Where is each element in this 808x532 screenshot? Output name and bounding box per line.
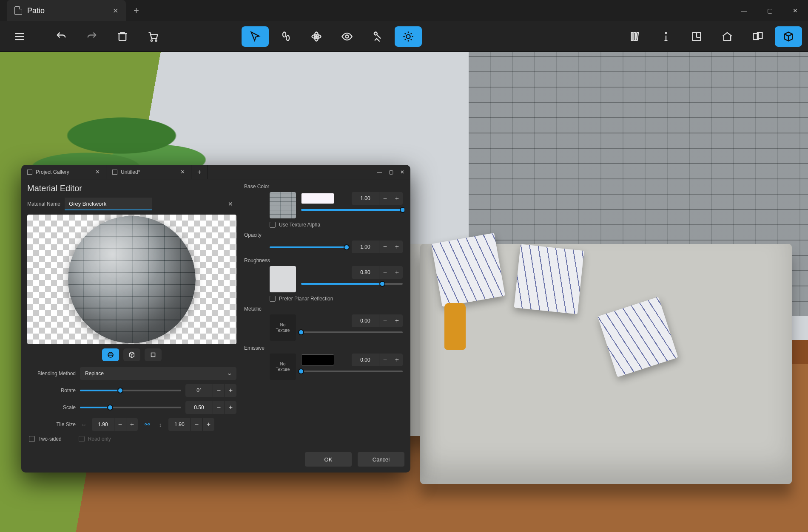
decrement-button[interactable]: − bbox=[379, 314, 391, 327]
metallic-spin[interactable]: −+ bbox=[352, 314, 403, 327]
planar-reflection-checkbox[interactable]: Prefer Planar Reflection bbox=[270, 296, 403, 302]
panel-minimize[interactable]: — bbox=[377, 169, 382, 175]
close-icon[interactable]: ✕ bbox=[180, 169, 185, 175]
close-tab-icon[interactable]: ✕ bbox=[113, 7, 118, 15]
increment-button[interactable]: + bbox=[225, 401, 236, 414]
metallic-texture-swatch[interactable]: No Texture bbox=[270, 314, 296, 341]
height-icon: ↕ bbox=[156, 422, 164, 428]
tab-project-gallery[interactable]: Project Gallery ✕ bbox=[21, 165, 106, 179]
increment-button[interactable]: + bbox=[391, 354, 403, 366]
base-color-texture-swatch[interactable] bbox=[270, 192, 296, 218]
undo-button[interactable] bbox=[48, 26, 75, 47]
cart-button[interactable] bbox=[139, 26, 167, 47]
close-icon[interactable]: ✕ bbox=[95, 169, 100, 175]
decrement-button[interactable]: − bbox=[379, 241, 391, 253]
emissive-spin[interactable]: −+ bbox=[352, 354, 403, 366]
roughness-slider[interactable] bbox=[301, 283, 403, 285]
new-tab-button[interactable]: + bbox=[134, 5, 139, 16]
tile-w-value[interactable] bbox=[92, 422, 114, 427]
panel-close[interactable]: ✕ bbox=[400, 169, 404, 175]
tile-h-spin[interactable]: −+ bbox=[168, 418, 214, 431]
window-controls: — ▢ ✕ bbox=[731, 0, 808, 21]
opacity-slider[interactable] bbox=[270, 246, 347, 248]
3d-button[interactable] bbox=[775, 26, 802, 47]
increment-button[interactable]: + bbox=[225, 384, 236, 397]
emissive-texture-swatch[interactable]: No Texture bbox=[270, 354, 296, 380]
rotate-spin[interactable]: −+ bbox=[185, 384, 236, 397]
decrement-button[interactable]: − bbox=[379, 192, 391, 205]
tile-w-spin[interactable]: −+ bbox=[92, 418, 138, 431]
emissive-slider[interactable] bbox=[301, 371, 403, 372]
increment-button[interactable]: + bbox=[202, 418, 214, 431]
lighting-tool[interactable] bbox=[395, 26, 422, 47]
decrement-button[interactable]: − bbox=[213, 401, 225, 414]
increment-button[interactable]: + bbox=[391, 241, 403, 253]
link-icon[interactable]: ⚯ bbox=[142, 421, 152, 428]
walk-tool[interactable] bbox=[272, 26, 299, 47]
roughness-value[interactable] bbox=[352, 269, 379, 275]
decrement-button[interactable]: − bbox=[379, 266, 391, 279]
materials-button[interactable] bbox=[744, 26, 771, 47]
increment-button[interactable]: + bbox=[126, 418, 138, 431]
roughness-texture-swatch[interactable] bbox=[270, 266, 296, 292]
increment-button[interactable]: + bbox=[391, 192, 403, 205]
base-color-spin[interactable]: −+ bbox=[352, 192, 403, 205]
opacity-value[interactable] bbox=[352, 244, 379, 250]
preview-shape-cube[interactable] bbox=[123, 348, 140, 361]
rotate-slider[interactable] bbox=[80, 390, 181, 391]
scale-slider[interactable] bbox=[80, 407, 181, 408]
decrement-button[interactable]: − bbox=[379, 354, 391, 366]
titlebar: Patio ✕ + — ▢ ✕ bbox=[0, 0, 808, 21]
redo-button[interactable] bbox=[78, 26, 105, 47]
base-color-value[interactable] bbox=[352, 195, 379, 201]
home-button[interactable] bbox=[714, 26, 741, 47]
tab-untitled[interactable]: Untitled* ✕ bbox=[106, 165, 191, 179]
metallic-slider[interactable] bbox=[301, 331, 403, 333]
opacity-spin[interactable]: −+ bbox=[352, 241, 403, 253]
emissive-color-chip[interactable] bbox=[301, 354, 334, 365]
floorplan-button[interactable] bbox=[683, 26, 710, 47]
blending-label: Blending Method bbox=[27, 371, 76, 376]
material-preview[interactable] bbox=[27, 215, 236, 344]
rotate-value[interactable] bbox=[185, 388, 213, 393]
decrement-button[interactable]: − bbox=[114, 418, 126, 431]
preview-shape-plane[interactable] bbox=[145, 348, 162, 361]
increment-button[interactable]: + bbox=[391, 314, 403, 327]
minimize-button[interactable]: — bbox=[731, 0, 757, 21]
app-tab[interactable]: Patio ✕ bbox=[7, 0, 126, 21]
info-button[interactable] bbox=[652, 26, 680, 47]
close-window-button[interactable]: ✕ bbox=[782, 0, 808, 21]
read-only-checkbox[interactable]: Read only bbox=[79, 436, 111, 442]
decrement-button[interactable]: − bbox=[213, 384, 225, 397]
blending-select[interactable]: Replace bbox=[80, 367, 236, 380]
maximize-button[interactable]: ▢ bbox=[757, 0, 782, 21]
library-button[interactable] bbox=[622, 26, 649, 47]
document-icon bbox=[14, 6, 22, 15]
add-tab-button[interactable]: + bbox=[191, 165, 208, 179]
clear-name-icon[interactable]: ✕ bbox=[228, 201, 233, 207]
scene-vase bbox=[444, 303, 466, 350]
select-tool[interactable] bbox=[242, 26, 269, 47]
ok-button[interactable]: OK bbox=[305, 452, 352, 467]
base-color-slider[interactable] bbox=[301, 209, 403, 211]
view-tool[interactable] bbox=[333, 26, 361, 47]
emissive-value[interactable] bbox=[352, 357, 379, 363]
scale-spin[interactable]: −+ bbox=[185, 401, 236, 414]
preview-shape-sphere[interactable] bbox=[102, 348, 119, 361]
panel-maximize[interactable]: ▢ bbox=[389, 169, 393, 175]
build-tool[interactable] bbox=[364, 26, 391, 47]
base-color-chip[interactable] bbox=[301, 193, 334, 204]
material-name-input[interactable] bbox=[65, 198, 152, 210]
two-sided-checkbox[interactable]: Two-sided bbox=[29, 436, 62, 442]
increment-button[interactable]: + bbox=[391, 266, 403, 279]
cancel-button[interactable]: Cancel bbox=[358, 452, 404, 467]
delete-button[interactable] bbox=[109, 26, 136, 47]
menu-button[interactable] bbox=[6, 26, 33, 47]
physics-tool[interactable] bbox=[303, 26, 330, 47]
use-texture-alpha-checkbox[interactable]: Use Texture Alpha bbox=[270, 222, 403, 228]
tile-h-value[interactable] bbox=[168, 422, 191, 427]
decrement-button[interactable]: − bbox=[191, 418, 202, 431]
roughness-spin[interactable]: −+ bbox=[352, 266, 403, 279]
scale-value[interactable] bbox=[185, 405, 213, 410]
metallic-value[interactable] bbox=[352, 318, 379, 324]
